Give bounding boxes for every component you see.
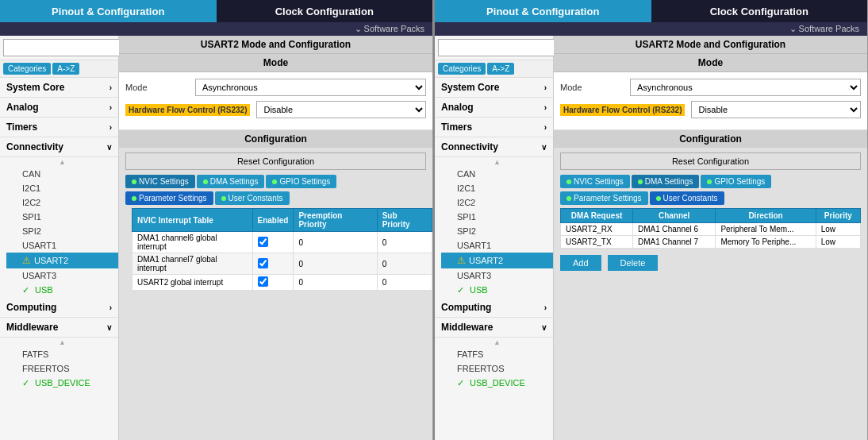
left-user-constants-tab[interactable]: User Constants (215, 191, 290, 205)
left-nvic-settings-tab[interactable]: NVIC Settings (125, 175, 195, 188)
right-user-constants-tab[interactable]: User Constants (650, 191, 724, 205)
left-usb-device-item[interactable]: ✓ USB_DEVICE (6, 376, 118, 391)
left-mode-select[interactable]: Asynchronous (195, 79, 426, 96)
left-spi1-item[interactable]: SPI1 (6, 210, 118, 224)
right-search-input[interactable] (438, 39, 555, 56)
right-usart3-item[interactable]: USART3 (441, 268, 553, 283)
right-analog-chevron: › (544, 103, 547, 112)
left-hw-flow-row: Hardware Flow Control (RS232) Disable (125, 101, 426, 118)
right-can-item[interactable]: CAN (441, 167, 553, 181)
right-fatfs-item[interactable]: FATFS (441, 347, 553, 361)
right-usb-device-item[interactable]: ✓ USB_DEVICE (441, 376, 553, 391)
table-row: USART2_RX DMA1 Channel 6 Peripheral To M… (561, 223, 861, 236)
left-dma-dot (203, 179, 208, 184)
right-tab-clock[interactable]: Clock Configuration (651, 0, 868, 22)
right-delete-button[interactable]: Delete (608, 255, 659, 271)
right-az-button[interactable]: A->Z (487, 63, 514, 75)
left-header: Pinout & Configuration Clock Configurati… (0, 0, 432, 22)
right-cat-az-row: Categories A->Z (435, 60, 553, 78)
right-usart2-item[interactable]: ⚠ USART2 (441, 253, 553, 268)
left-nvic-row3-checkbox[interactable] (258, 276, 268, 287)
right-nvic-settings-tab[interactable]: NVIC Settings (560, 175, 630, 188)
right-usart1-item[interactable]: USART1 (441, 238, 553, 253)
right-dma-col-request: DMA Request (561, 209, 633, 223)
left-fatfs-item[interactable]: FATFS (6, 347, 118, 361)
left-tab-pinout[interactable]: Pinout & Configuration (0, 0, 217, 22)
left-spi2-item[interactable]: SPI2 (6, 224, 118, 238)
left-mode-section: Mode Asynchronous Hardware Flow Control … (119, 72, 432, 130)
left-usart1-item[interactable]: USART1 (6, 238, 118, 253)
left-panel: Pinout & Configuration Clock Configurati… (0, 0, 433, 440)
right-freertos-item[interactable]: FREERTOS (441, 361, 553, 376)
left-az-button[interactable]: A->Z (52, 63, 79, 75)
right-mode-select[interactable]: Asynchronous (630, 79, 861, 96)
right-header: Pinout & Configuration Clock Configurati… (435, 0, 867, 22)
right-connectivity-header[interactable]: Connectivity ∨ (435, 137, 553, 157)
right-i2c2-item[interactable]: I2C2 (441, 195, 553, 210)
right-reset-config-button[interactable]: Reset Configuration (560, 152, 861, 170)
right-spi2-item[interactable]: SPI2 (441, 224, 553, 238)
right-subtabs: Parameter Settings User Constants (554, 191, 867, 205)
right-hw-flow-select[interactable]: Disable (691, 101, 861, 118)
left-nvic-row2-checkbox[interactable] (258, 258, 268, 268)
right-dma-settings-tab[interactable]: DMA Settings (632, 175, 700, 188)
left-middleware-chevron: ∨ (106, 323, 112, 332)
right-timers-chevron: › (544, 123, 547, 132)
left-nvic-col-enabled: Enabled (252, 209, 294, 232)
left-table-wrapper: NVIC Interrupt Table Enabled Preemption … (119, 208, 432, 291)
right-parameter-settings-tab[interactable]: Parameter Settings (560, 191, 648, 205)
right-gpio-dot (707, 179, 712, 184)
left-hw-flow-select[interactable]: Disable (256, 101, 426, 118)
left-parameter-settings-tab[interactable]: Parameter Settings (125, 191, 213, 205)
left-usb-item[interactable]: ✓ USB (6, 283, 118, 298)
left-user-dot (221, 196, 226, 201)
right-middleware-header[interactable]: Middleware ∨ (435, 318, 553, 338)
right-sidebar-tree: System Core › Analog › Timers › Connecti… (435, 78, 553, 440)
right-analog-header[interactable]: Analog › (435, 98, 553, 118)
left-main-content: USART2 Mode and Configuration Mode Mode … (119, 36, 432, 440)
left-timers-header[interactable]: Timers › (0, 118, 118, 137)
right-mode-section-title: Mode (554, 54, 867, 72)
left-software-packs-link[interactable]: Software Packs (355, 24, 424, 33)
right-dma-section: DMA Request Channel Direction Priority U… (554, 208, 867, 249)
left-gpio-dot (272, 179, 277, 184)
right-usb-item[interactable]: ✓ USB (441, 283, 553, 298)
left-config-section: Configuration Reset Configuration NVIC S… (119, 130, 432, 440)
left-search-input[interactable] (3, 39, 121, 56)
left-can-item[interactable]: CAN (6, 167, 118, 181)
left-freertos-item[interactable]: FREERTOS (6, 361, 118, 376)
right-add-button[interactable]: Add (560, 255, 601, 271)
right-software-packs-link[interactable]: Software Packs (789, 24, 859, 33)
right-tab-pinout[interactable]: Pinout & Configuration (435, 0, 651, 22)
left-analog-header[interactable]: Analog › (0, 98, 118, 118)
left-i2c1-item[interactable]: I2C1 (6, 181, 118, 195)
left-usb-check-icon: ✓ (22, 285, 29, 295)
right-i2c1-item[interactable]: I2C1 (441, 181, 553, 195)
left-i2c2-item[interactable]: I2C2 (6, 195, 118, 210)
right-spi1-item[interactable]: SPI1 (441, 210, 553, 224)
left-reset-config-button[interactable]: Reset Configuration (125, 152, 426, 170)
left-mode-row: Mode Asynchronous (125, 79, 426, 96)
right-gpio-settings-tab[interactable]: GPIO Settings (701, 175, 771, 188)
right-categories-button[interactable]: Categories (438, 63, 486, 75)
left-usart2-item[interactable]: ⚠ USART2 (6, 253, 118, 268)
left-gpio-settings-tab[interactable]: GPIO Settings (266, 175, 336, 188)
left-usart3-item[interactable]: USART3 (6, 268, 118, 283)
right-mode-row: Mode Asynchronous (560, 79, 861, 96)
table-row: DMA1 channel6 global interrupt 0 0 (133, 232, 432, 253)
right-computing-header[interactable]: Computing › (435, 298, 553, 318)
right-timers-header[interactable]: Timers › (435, 118, 553, 137)
left-nvic-row1-checkbox[interactable] (258, 237, 268, 247)
left-dma-settings-tab[interactable]: DMA Settings (197, 175, 265, 188)
left-system-core-header[interactable]: System Core › (0, 78, 118, 98)
table-row: USART2_TX DMA1 Channel 7 Memory To Perip… (561, 236, 861, 249)
left-tab-clock[interactable]: Clock Configuration (217, 0, 433, 22)
right-dma-col-priority: Priority (816, 209, 860, 223)
left-section-mode-title: USART2 Mode and Configuration (119, 36, 432, 54)
left-categories-button[interactable]: Categories (3, 63, 51, 75)
left-connectivity-header[interactable]: Connectivity ∨ (0, 137, 118, 157)
right-system-core-header[interactable]: System Core › (435, 78, 553, 98)
left-computing-header[interactable]: Computing › (0, 298, 118, 318)
left-middleware-header[interactable]: Middleware ∨ (0, 318, 118, 338)
right-panel: Pinout & Configuration Clock Configurati… (435, 0, 868, 440)
